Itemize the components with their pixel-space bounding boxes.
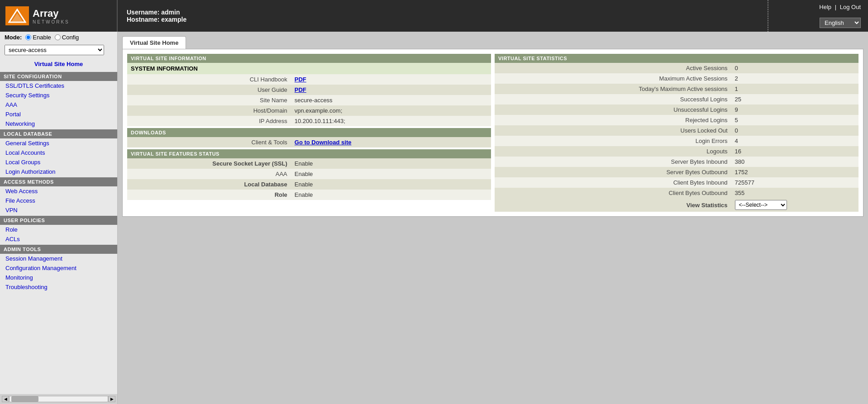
mode-row: Mode: Enable Config [0,32,117,43]
sidebar-item-acls[interactable]: ACLs [0,234,117,244]
header-right: Help | Log Out English Chinese Japanese [768,0,868,32]
client-tools-label: Client & Tools [127,137,291,147]
stat-todays-max-label: Today's Maximum Active sessions [495,84,731,94]
view-stats-label: View Statistics [495,198,731,212]
ssl-value: Enable [291,158,491,169]
sidebar-item-local-groups[interactable]: Local Groups [0,157,117,167]
sidebar-section-local-db: LOCAL DATABASE [0,129,117,138]
sidebar-item-role[interactable]: Role [0,225,117,234]
stat-client-bytes-inbound: Client Bytes Inbound 725577 [495,177,858,188]
tab-bar: Virtual Site Home [122,36,863,49]
stat-active-sessions: Active Sessions 0 [495,63,858,73]
sidebar-item-networking[interactable]: Networking [0,119,117,128]
scroll-left-btn[interactable]: ◀ [2,396,9,402]
stat-successful-logins-value: 25 [731,94,858,105]
stat-client-bytes-outbound-value: 355 [731,188,858,198]
stat-todays-max: Today's Maximum Active sessions 1 [495,84,858,94]
role-row: Role Enable [127,190,491,200]
system-info-label: SYSTEM INFORMATION [127,63,491,74]
stat-active-sessions-label: Active Sessions [495,63,731,73]
stat-users-locked-out-label: Users Locked Out [495,125,731,136]
ip-address-row: IP Address 10.200.10.111:443; [127,116,491,126]
local-db-row: Local Database Enable [127,179,491,190]
scrollbar-thumb [11,396,38,402]
ip-address-value: 10.200.10.111:443; [291,116,491,126]
config-label: Config [62,34,79,41]
local-db-feat-label: Local Database [127,179,291,190]
stat-client-bytes-outbound-label: Client Bytes Outbound [495,188,731,198]
stat-successful-logins-label: Successful Logins [495,94,731,105]
logo-text: Array NETWORKS [33,8,70,24]
main-content: Virtual Site Home VIRTUAL SITE INFORMATI… [118,32,868,404]
host-domain-label: Host/Domain [127,105,291,116]
sidebar-item-portal[interactable]: Portal [0,109,117,119]
enable-radio[interactable] [25,34,31,40]
sidebar-section-access-methods: ACCESS METHODS [0,177,117,186]
view-stats-select[interactable]: <--Select--> Active Sessions Logins Byte… [735,200,787,210]
sidebar-item-monitoring[interactable]: Monitoring [0,273,117,282]
stat-logouts-label: Logouts [495,146,731,157]
site-select[interactable]: secure-access [5,45,104,55]
downloads-header: DOWNLOADS [127,128,491,137]
stat-users-locked-out-value: 0 [731,125,858,136]
sidebar-item-troubleshooting[interactable]: Troubleshooting [0,282,117,292]
logo-array-label: Array [33,8,70,19]
cli-handbook-pdf-link[interactable]: PDF [295,76,306,83]
stat-rejected-logins-label: Rejected Logins [495,115,731,125]
tab-virtual-site-home[interactable]: Virtual Site Home [122,36,186,49]
sidebar-item-session-management[interactable]: Session Management [0,254,117,263]
sidebar-item-file-access[interactable]: File Access [0,196,117,205]
help-link[interactable]: Help [819,4,831,10]
sidebar-item-local-accounts[interactable]: Local Accounts [0,148,117,157]
virtual-site-stats-header: VIRTUAL SITE STATISTICS [495,54,858,63]
user-guide-value: PDF [291,85,491,95]
stat-unsuccessful-logins-value: 9 [731,105,858,115]
aaa-value: Enable [291,169,491,179]
cli-handbook-label: CLI Handbook [127,74,291,85]
sidebar-item-web-access[interactable]: Web Access [0,186,117,196]
stat-logouts-value: 16 [731,146,858,157]
config-radio-label[interactable]: Config [55,34,79,41]
panel-left: VIRTUAL SITE INFORMATION SYSTEM INFORMAT… [127,54,491,212]
sidebar-item-ssl-certs[interactable]: SSL/DTLS Certificates [0,81,117,90]
username-display: Username: admin [127,9,758,16]
logo-networks-label: NETWORKS [33,19,70,24]
user-guide-label: User Guide [127,85,291,95]
logout-link[interactable]: Log Out [840,4,861,10]
sidebar-item-aaa[interactable]: AAA [0,100,117,109]
header-links: Help | Log Out [819,4,861,10]
role-label: Role [127,190,291,200]
sidebar-item-security-settings[interactable]: Security Settings [0,90,117,100]
sidebar-item-login-authorization[interactable]: Login Authorization [0,167,117,176]
scrollbar-track [9,396,108,402]
view-stats-row: View Statistics <--Select--> Active Sess… [495,198,858,212]
language-select[interactable]: English Chinese Japanese [820,18,861,28]
virtual-site-home-link[interactable]: Virtual Site Home [34,61,83,67]
stat-server-bytes-outbound-label: Server Bytes Outbound [495,167,731,177]
sidebar-header: Virtual Site Home [0,57,117,71]
ip-address-label: IP Address [127,116,291,126]
panel-right: VIRTUAL SITE STATISTICS Active Sessions … [495,54,858,212]
scroll-right-btn[interactable]: ▶ [108,396,115,402]
stat-users-locked-out: Users Locked Out 0 [495,125,858,136]
config-radio[interactable] [55,34,61,40]
user-guide-pdf-link[interactable]: PDF [295,86,306,93]
local-db-value: Enable [291,179,491,190]
virtual-site-info-header: VIRTUAL SITE INFORMATION [127,54,491,63]
mode-label: Mode: [5,34,22,41]
user-guide-row: User Guide PDF [127,85,491,95]
logo-box [5,6,29,25]
sidebar-section-admin-tools: ADMIN TOOLS [0,245,117,254]
header-info: Username: admin Hostname: example [118,0,768,32]
sidebar-item-vpn[interactable]: VPN [0,205,117,215]
stat-todays-max-value: 1 [731,84,858,94]
sidebar-section-user-policies: USER POLICIES [0,216,117,225]
ssl-row: Secure Socket Layer (SSL) Enable [127,158,491,169]
enable-label: Enable [33,34,51,41]
sidebar-item-configuration-management[interactable]: Configuration Management [0,263,117,273]
stat-unsuccessful-logins: Unsuccessful Logins 9 [495,105,858,115]
sidebar-item-general-settings[interactable]: General Settings [0,138,117,148]
enable-radio-label[interactable]: Enable [25,34,51,41]
download-site-link[interactable]: Go to Download site [295,139,352,146]
ssl-label: Secure Socket Layer (SSL) [127,158,291,169]
